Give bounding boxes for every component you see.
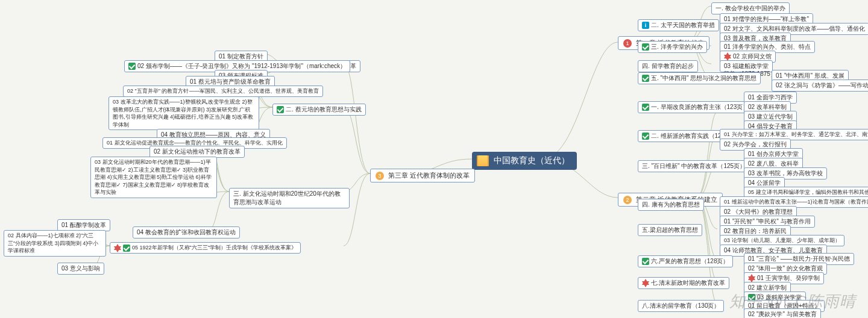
check-icon [642, 132, 649, 140]
check-icon [123, 245, 130, 252]
text: 05 1922年新学制（又称"六三三"学制）壬戌学制《学校系统改革案》 [132, 245, 297, 251]
ch1-item-3[interactable]: 三. 洋务学堂的兴办 [638, 41, 707, 53]
ch2-8[interactable]: 八.清末的留学教育（130页） [638, 300, 724, 312]
ch2-5[interactable]: 五.梁启超的教育思想 [638, 224, 702, 236]
check-icon [642, 104, 649, 111]
ch3-3-4[interactable]: 04 教会教育的扩张和收回教育权运动 [133, 226, 240, 238]
check-icon [642, 75, 649, 82]
star-icon [724, 52, 731, 58]
chapter-3[interactable]: 3 第三章 近代教育体制的改革 [370, 169, 475, 182]
ch3-2-2[interactable]: 02 "五育并举" 的教育方针——军国民、实利主义、公民道德、世界观、美育教育 [123, 86, 323, 97]
badge-3-icon: 3 [376, 172, 384, 180]
info-icon: i [642, 22, 649, 29]
text: 二. 蔡元培的教育思想与实践 [286, 106, 362, 113]
text: 02 具体内容——1)七项标准 2)"六三三"分段的学校系统 3)四项附则 4)… [8, 232, 98, 254]
star-icon [114, 244, 121, 250]
text: 01 壬寅学制、癸卯学制 [757, 275, 820, 281]
text: 01 兴办学堂：如万木草堂、时务学堂、通艺学堂、北洋、南洋学堂、经正女学 [724, 131, 868, 137]
ch3-5-1[interactable]: 01 酝酿学制改革 [57, 219, 110, 231]
text: 三. 洋务学堂的兴办 [651, 43, 703, 50]
text: 二. 太平天国的教育举措 [651, 22, 715, 28]
ch1-item-2[interactable]: i二. 太平天国的教育举措 [638, 19, 719, 31]
star-icon [748, 274, 755, 280]
text: 01 维新运动中的教育改革主张——1)论教育与国家（教育作用）2)废科举、兴学校… [724, 199, 868, 205]
text: 03 新文化运动时期和20年代的教育思潮——1)平民教育思潮✓ 2)工读主义教育… [95, 159, 212, 195]
ch3-2-3[interactable]: 03 改革北大的教育实践——1)整顿校风,改变学生观念 2)整顿教师队伍,广招人… [108, 96, 259, 130]
text: 八.清末的留学教育（130页） [642, 302, 720, 309]
check-icon [277, 106, 284, 113]
text: 01 "开民智" "申民权" 与教育作用 [724, 218, 811, 225]
text: 03 改革北大的教育实践——1)整顿校风,改变学生观念 2)整顿教师队伍,广招人… [113, 99, 253, 128]
text: 六.严复的教育思想（128页） [651, 258, 729, 264]
text: 01 "中体西用" 形成、发展 [776, 72, 844, 79]
text: 01 酝酿学制改革 [61, 222, 106, 228]
text: 03 意义与影响 [61, 265, 100, 272]
ch2-1[interactable]: 一. 早期改良派的教育主张（123页） [638, 101, 753, 113]
text: 02 "五育并举" 的教育方针——军国民、实利主义、公民道德、世界观、美育教育 [127, 88, 319, 94]
text: 02 张之洞与《劝学篇》——写作动机、内容、评价 [776, 82, 868, 89]
text: 01 全面学习西学 [748, 94, 793, 101]
star-icon [642, 279, 649, 285]
ch1-item-5[interactable]: 五. "中体西用" 思想与张之洞的教育思想 [638, 72, 761, 84]
text: 02 对文字、文风和科举制度的改革——倡导、通俗化 [724, 25, 865, 32]
text: 02 新文化运动推动下的教育改革 [154, 148, 241, 155]
check-icon [642, 258, 649, 265]
check-icon [128, 63, 136, 70]
text: 01 制定教育方针 [219, 53, 263, 60]
ch1-item-1[interactable]: 一. 教会学校在中国的举办 [711, 2, 790, 14]
text: 一. 教会学校在中国的举办 [715, 5, 785, 11]
ch2-4[interactable]: 四. 康有为的教育思想 [638, 199, 704, 211]
ch3-3-3[interactable]: 03 新文化运动时期和20年代的教育思潮——1)平民教育思潮✓ 2)工读主义教育… [90, 157, 217, 198]
text: 02 兴办学会，发行报刊 [724, 141, 787, 148]
badge-1-icon: 1 [623, 39, 632, 48]
text: 05 建立译书局和编译学堂，编辑外国教科书和其他书籍 [748, 189, 868, 195]
text: 01 新文化运动促进教育观念——教育的个性化、平民化、科学化、实用化 [107, 140, 283, 146]
text: 01 创办京师大学堂 [748, 151, 799, 157]
ch1-item-4[interactable]: 四. 留学教育的起步 [638, 60, 698, 72]
text: 三. 新文化运动时期和20世纪20年代的教育思潮与改革运动 [233, 190, 341, 205]
text: 四. 留学教育的起步 [642, 63, 694, 69]
badge-2-icon: 2 [623, 196, 632, 204]
ch3-2[interactable]: 二. 蔡元培的教育思想与实践 [272, 104, 366, 116]
text: 04 公派留学 [748, 179, 781, 186]
text: 01 "三育论" ——鼓民力·开民智·兴民德 [748, 255, 850, 262]
chapter-3-label: 第三章 近代教育体制的改革 [388, 172, 470, 179]
text: 一. 早期改良派的教育主张（123页） [651, 104, 749, 110]
text: 01 蔡元培与资产阶级革命教育 [190, 78, 271, 85]
text: 五. "中体西用" 思想与张之洞的教育思想 [651, 75, 756, 81]
ch3-5[interactable]: 05 1922年新学制（又称"六三三"学制）壬戌学制《学校系统改革案》 [110, 242, 301, 254]
ch3-5-2[interactable]: 02 具体内容——1)七项标准 2)"六三三"分段的学校系统 3)四项附则 4)… [4, 230, 106, 257]
text: 02 "体用一致" 的文化教育观 [748, 265, 823, 272]
text: 三. "百日维新" 中的教育改革（125页） [642, 163, 746, 169]
ch3-3-2[interactable]: 02 新文化运动推动下的教育改革 [149, 146, 245, 158]
text: 四. 康有为的教育思想 [642, 201, 700, 208]
text: 03 改革书院，筹办高牧学校 [748, 170, 823, 176]
ch1-5-2[interactable]: 02 张之洞与《劝学篇》——写作动机、内容、评价 [772, 80, 868, 92]
text: 02 废八股、改科举 [748, 160, 799, 167]
text: 01 洋务学堂的兴办、类别、特点 [724, 43, 811, 50]
root-label: 中国教育史（近代） [494, 155, 570, 165]
watermark: 知乎 @CC陈雨晴 [729, 291, 856, 312]
ch2-6[interactable]: 六.严复的教育思想（128页） [638, 255, 733, 267]
text: 01 对儒学的批判——"样上帝教" [724, 16, 809, 22]
text: 02 改革科举制 [748, 104, 787, 110]
text: 02 《大同书》的教育理想 [724, 208, 793, 215]
ch3-5-3[interactable]: 03 意义与影响 [57, 263, 104, 275]
text: 02 建立新学制 [748, 284, 787, 291]
check-icon [642, 43, 649, 51]
text: 02 教育目的：培养新民 [724, 228, 787, 234]
ch3-3[interactable]: 三. 新文化运动时期和20世纪20年代的教育思潮与改革运动 [229, 188, 350, 208]
text: 02 颁布学制——《壬子-癸丑学制》又称为 "1912-1913年学制"（mar… [137, 63, 346, 69]
ch2-7[interactable]: 七.清末新政时期的教育改革 [638, 277, 729, 289]
text: 五.梁启超的教育思想 [642, 226, 698, 233]
text: 03 建立近代学制 [748, 113, 793, 120]
text: 04 教会教育的扩张和收回教育权运动 [137, 229, 236, 235]
ch2-3[interactable]: 三. "百日维新" 中的教育改革（125页） [638, 160, 750, 172]
text: 03 论学制（幼儿期、儿童期、少年期、成年期） [724, 237, 840, 243]
watermark-text: 知乎 @CC陈雨晴 [729, 292, 856, 310]
text: 02 京师同文馆 [733, 53, 772, 60]
root-node[interactable]: 中国教育史（近代） [472, 152, 577, 170]
text: 七.清末新政时期的教育改革 [651, 279, 725, 286]
